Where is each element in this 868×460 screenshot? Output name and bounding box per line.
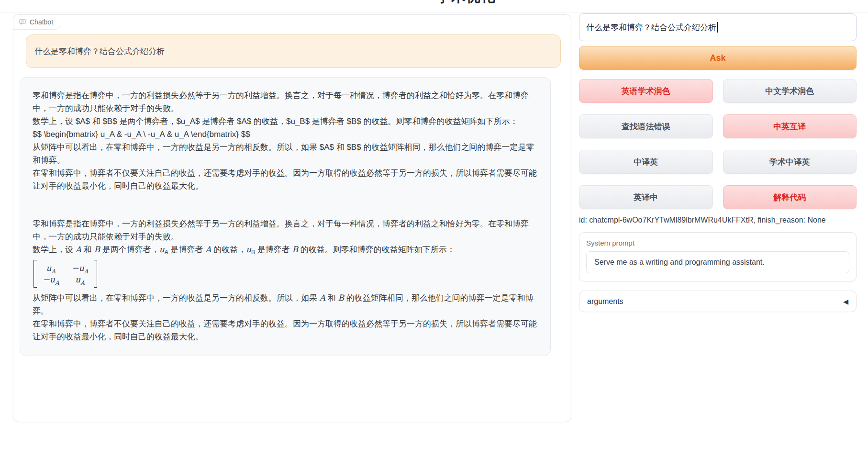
chatbot-label-text: Chatbot <box>30 18 53 26</box>
bot-message-rendered-block: 零和博弈是指在博弈中，一方的利益损失必然等于另一方的利益增益。换言之，对于每一种… <box>33 217 538 343</box>
system-prompt-input[interactable]: Serve me as a writing and programming as… <box>586 251 849 273</box>
bot-message-raw-block: 零和博弈是指在博弈中，一方的利益损失必然等于另一方的利益增益。换言之，对于每一种… <box>33 89 538 192</box>
system-prompt-label: System prompt <box>586 239 849 247</box>
status-line: id: chatcmpl-6wOo7KrYTwMl89lbrMWRu4UkFFX… <box>579 216 857 224</box>
question-input[interactable]: 什么是零和博弈？结合公式介绍分析 <box>579 13 857 41</box>
arguments-accordion[interactable]: arguments ◀ <box>579 291 857 312</box>
app: 学术优化 Chatbot 什么是零和博弈？结合公式介绍分析 零和博弈是指在博弈中… <box>0 0 868 460</box>
user-message-text: 什么是零和博弈？结合公式介绍分析 <box>34 46 165 57</box>
bot-paragraph: 在零和博弈中，博弈者不仅要关注自己的收益，还需要考虑对手的收益。因为一方取得的收… <box>33 167 538 192</box>
chat-bubble-icon <box>19 18 26 26</box>
bot-paragraph: 数学上，设 $A$ 和 $B$ 是两个博弈者，$u_A$ 是博弈者 $A$ 的收… <box>33 115 538 128</box>
bot-paragraph-latex-source: $$ \begin{bmatrix} u_A & -u_A \ -u_A & u… <box>33 128 538 141</box>
page-title: 学术优化 <box>436 0 496 7</box>
btn-zh-to-en[interactable]: 中译英 <box>579 150 713 174</box>
bot-paragraph: 零和博弈是指在博弈中，一方的利益损失必然等于另一方的利益增益。换言之，对于每一种… <box>33 89 538 115</box>
btn-chinese-academic-polish[interactable]: 中文学术润色 <box>723 79 857 103</box>
bot-paragraph-math: 从矩阵中可以看出，在零和博弈中，一方的收益是另一方的相反数。所以，如果 A 和 … <box>33 292 538 317</box>
payoff-matrix: uA−uA−uAuA <box>33 260 97 288</box>
accordion-collapse-icon: ◀ <box>843 298 848 305</box>
text-cursor <box>717 22 718 33</box>
top-divider <box>0 12 868 12</box>
bot-message-bubble: 零和博弈是指在博弈中，一方的利益损失必然等于另一方的利益增益。换言之，对于每一种… <box>20 77 551 356</box>
bot-paragraph-math: 数学上，设 A 和 B 是两个博弈者，uA 是博弈者 A 的收益，uB 是博弈者… <box>33 243 538 256</box>
function-button-grid: 英语学术润色 中文学术润色 查找语法错误 中英互译 中译英 学术中译英 英译中 … <box>579 79 857 209</box>
chatbot-label: Chatbot <box>13 15 60 30</box>
btn-find-grammar-errors[interactable]: 查找语法错误 <box>579 114 713 138</box>
system-prompt-group: System prompt Serve me as a writing and … <box>579 232 857 281</box>
btn-academic-zh-to-en[interactable]: 学术中译英 <box>723 150 857 174</box>
btn-english-academic-polish[interactable]: 英语学术润色 <box>579 79 713 103</box>
question-input-value: 什么是零和博弈？结合公式介绍分析 <box>586 22 716 33</box>
btn-en-to-zh[interactable]: 英译中 <box>579 185 713 209</box>
btn-explain-code[interactable]: 解释代码 <box>723 185 857 209</box>
bot-paragraph: 零和博弈是指在博弈中，一方的利益损失必然等于另一方的利益增益。换言之，对于每一种… <box>33 217 538 243</box>
btn-zh-en-mutual-translate[interactable]: 中英互译 <box>723 114 857 138</box>
bot-paragraph: 在零和博弈中，博弈者不仅要关注自己的收益，还需要考虑对手的收益。因为一方取得的收… <box>33 317 538 343</box>
bot-paragraph: 从矩阵中可以看出，在零和博弈中，一方的收益是另一方的相反数。所以，如果 $A$ … <box>33 141 538 167</box>
arguments-accordion-label: arguments <box>587 297 623 306</box>
ask-button[interactable]: Ask <box>579 46 857 70</box>
chatbot-panel: Chatbot 什么是零和博弈？结合公式介绍分析 零和博弈是指在博弈中，一方的利… <box>13 14 571 422</box>
user-message-bubble: 什么是零和博弈？结合公式介绍分析 <box>26 34 561 68</box>
control-column: 什么是零和博弈？结合公式介绍分析 Ask 英语学术润色 中文学术润色 查找语法错… <box>579 13 857 312</box>
